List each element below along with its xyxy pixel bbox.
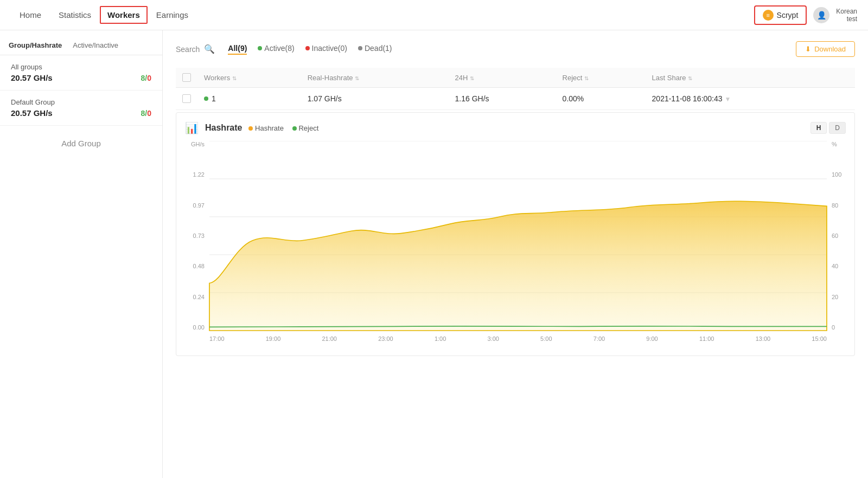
x-label-1300: 13:00 [756, 335, 771, 342]
chart-area: GH/s 1.22 0.97 0.73 0.48 0.24 0.00 % 100… [185, 141, 846, 347]
sidebar-tabs: Group/Hashrate Active/Inactive [0, 41, 162, 55]
dead-dot [358, 46, 362, 50]
nav-workers[interactable]: Workers [100, 6, 148, 24]
search-icon: 🔍 [204, 44, 215, 54]
legend-hashrate-label: Hashrate [255, 124, 284, 132]
chart-y-left-labels: GH/s 1.22 0.97 0.73 0.48 0.24 0.00 [185, 141, 207, 331]
table-cell-reject: 0.00% [556, 88, 646, 110]
y-label-048: 0.48 [193, 263, 205, 269]
user-info: Korean test [836, 8, 857, 23]
y-label-097: 0.97 [193, 202, 205, 209]
download-button[interactable]: ⬇ Download [796, 41, 855, 57]
worker-name-cell: 1 [204, 94, 295, 103]
y-label-024: 0.24 [193, 294, 205, 300]
worker-id: 1 [212, 94, 216, 103]
legend-hashrate: Hashrate [248, 124, 283, 132]
table-header-reject[interactable]: Reject ⇅ [556, 68, 646, 88]
sidebar-group-all[interactable]: All groups 20.57 GH/s 8/0 [0, 55, 162, 91]
sidebar-group-default-row: 20.57 GH/s 8/0 [11, 108, 151, 118]
workers-table: Workers ⇅ Real-Hashrate ⇅ 24H ⇅ Reject ⇅ [176, 68, 855, 110]
user-name: Korean [836, 8, 857, 15]
chart-title: Hashrate [205, 123, 242, 133]
table-cell-24h: 1.16 GH/s [449, 88, 556, 110]
sidebar-group-all-name: All groups [11, 63, 151, 71]
row-expand-button[interactable]: ▼ [724, 95, 731, 103]
active-dot [258, 46, 262, 50]
scrypt-selector[interactable]: ≡ Scrypt [754, 5, 807, 25]
y-right-80: 80 [832, 202, 838, 209]
scrypt-label: Scrypt [777, 11, 799, 20]
chart-period-selector: H D [810, 122, 846, 134]
x-label-1100: 11:00 [699, 335, 714, 342]
x-label-0500: 5:00 [540, 335, 552, 342]
chart-svg [209, 141, 827, 331]
table-header-real-hashrate[interactable]: Real-Hashrate ⇅ [301, 68, 449, 88]
legend-hashrate-dot [248, 126, 253, 131]
add-group-button[interactable]: Add Group [0, 126, 162, 161]
x-label-0700: 7:00 [593, 335, 605, 342]
table-header-checkbox [176, 68, 197, 88]
nav-earnings[interactable]: Earnings [148, 1, 197, 29]
select-all-checkbox[interactable] [182, 73, 191, 82]
sidebar-default-hashrate: 20.57 GH/s [11, 108, 53, 118]
sidebar-all-counts: 8/0 [141, 74, 151, 82]
y-right-40: 40 [832, 263, 838, 269]
sidebar-tab-group-hashrate[interactable]: Group/Hashrate [9, 41, 62, 49]
search-box[interactable]: Search 🔍 [176, 44, 215, 54]
search-label: Search [176, 45, 200, 54]
filter-bar: Search 🔍 All(9) Active(8) Inactive(0) De… [176, 41, 855, 57]
chart-bar-icon: 📊 [185, 121, 199, 134]
table-header-24h[interactable]: 24H ⇅ [449, 68, 556, 88]
scrypt-icon: ≡ [763, 10, 774, 21]
y-right-60: 60 [832, 232, 838, 239]
period-d-button[interactable]: D [829, 122, 846, 134]
chart-header: 📊 Hashrate Hashrate Reject H D [185, 121, 846, 134]
inactive-dot [305, 46, 310, 50]
table-header-workers[interactable]: Workers ⇅ [197, 68, 301, 88]
worker-status-dot [204, 96, 208, 101]
filter-tab-dead[interactable]: Dead(1) [358, 44, 392, 55]
download-icon: ⬇ [805, 45, 811, 53]
table-cell-worker: 1 [197, 88, 301, 110]
nav-home[interactable]: Home [11, 1, 50, 29]
sidebar-group-default[interactable]: Default Group 20.57 GH/s 8/0 [0, 91, 162, 126]
y-label-122: 1.22 [193, 171, 205, 178]
filter-tab-inactive[interactable]: Inactive(0) [305, 44, 347, 55]
row-checkbox[interactable] [182, 94, 191, 103]
y-label-073: 0.73 [193, 232, 205, 239]
x-label-2300: 23:00 [378, 335, 393, 342]
filter-tab-inactive-label: Inactive(0) [312, 44, 347, 53]
table-cell-real-hashrate: 1.07 GH/s [301, 88, 449, 110]
x-label-1500: 15:00 [812, 335, 827, 342]
table-cell-last-share: 2021-11-08 16:00:43 ▼ [646, 88, 855, 110]
y-right-unit: % [832, 141, 837, 147]
chart-container: 📊 Hashrate Hashrate Reject H D [176, 112, 855, 356]
x-label-2100: 21:00 [322, 335, 337, 342]
table-header-row: Workers ⇅ Real-Hashrate ⇅ 24H ⇅ Reject ⇅ [176, 68, 855, 88]
main-content: Search 🔍 All(9) Active(8) Inactive(0) De… [163, 30, 868, 478]
user-avatar[interactable]: 👤 [813, 7, 829, 23]
sidebar-all-hashrate: 20.57 GH/s [11, 73, 53, 82]
filter-tab-all[interactable]: All(9) [228, 44, 247, 55]
x-label-0300: 3:00 [487, 335, 499, 342]
nav-statistics[interactable]: Statistics [50, 1, 100, 29]
chart-legend: Hashrate Reject [248, 124, 318, 132]
sidebar-group-default-name: Default Group [11, 98, 151, 106]
download-label: Download [814, 45, 846, 53]
chart-svg-wrapper [209, 141, 827, 331]
filter-tabs: All(9) Active(8) Inactive(0) Dead(1) [228, 44, 392, 55]
table-row: 1 1.07 GH/s 1.16 GH/s 0.00% 2021-11-08 1… [176, 88, 855, 110]
period-h-button[interactable]: H [810, 122, 827, 134]
chart-x-labels: 17:00 19:00 21:00 23:00 1:00 3:00 5:00 7… [209, 331, 827, 347]
real-hashrate-sort-icon: ⇅ [355, 75, 359, 81]
last-share-sort-icon: ⇅ [688, 75, 692, 81]
table-header-last-share[interactable]: Last Share ⇅ [646, 68, 855, 88]
y-right-100: 100 [832, 171, 841, 178]
reject-sort-icon: ⇅ [584, 75, 589, 81]
workers-sort-icon: ⇅ [232, 75, 237, 81]
filter-tab-active[interactable]: Active(8) [258, 44, 294, 55]
sidebar-tab-active-inactive[interactable]: Active/Inactive [73, 41, 118, 49]
24h-sort-icon: ⇅ [470, 75, 474, 81]
top-navigation: Home Statistics Workers Earnings ≡ Scryp… [0, 0, 868, 30]
legend-reject: Reject [292, 124, 318, 132]
